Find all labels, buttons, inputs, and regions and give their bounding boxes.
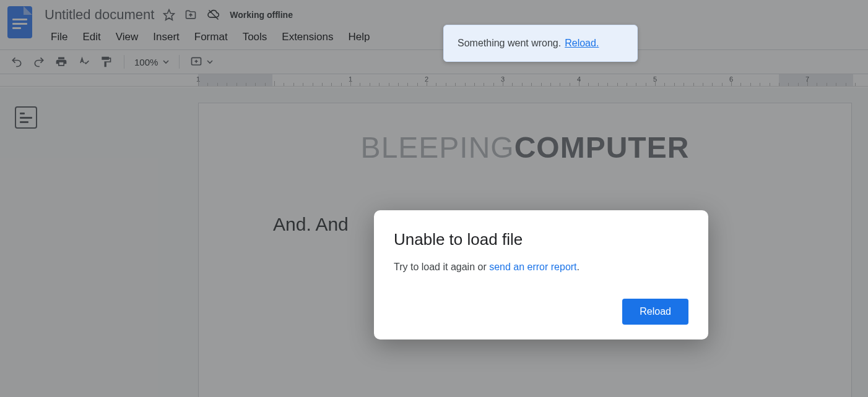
butterbar-message: Something went wrong. bbox=[458, 38, 561, 49]
error-butterbar: Something went wrong. Reload. bbox=[443, 25, 638, 62]
modal-title: Unable to load file bbox=[394, 230, 688, 249]
butterbar-reload-link[interactable]: Reload. bbox=[565, 38, 599, 49]
app-root: Untitled document Working offline File E… bbox=[0, 0, 868, 397]
modal-body-prefix: Try to load it again or bbox=[394, 262, 489, 272]
send-error-report-link[interactable]: send an error report bbox=[489, 262, 576, 272]
error-modal: Unable to load file Try to load it again… bbox=[374, 210, 708, 339]
modal-body: Try to load it again or send an error re… bbox=[394, 262, 688, 273]
modal-body-suffix: . bbox=[577, 262, 579, 272]
reload-button[interactable]: Reload bbox=[622, 299, 688, 325]
modal-actions: Reload bbox=[394, 299, 688, 325]
